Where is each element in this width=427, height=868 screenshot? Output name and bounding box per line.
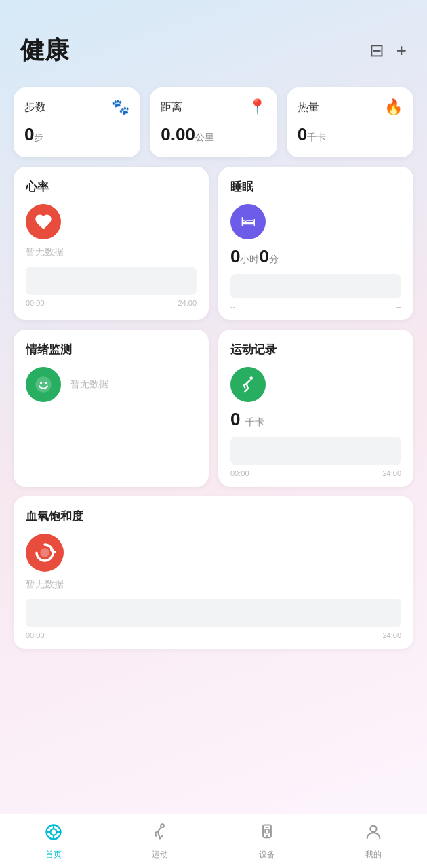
exercise-svg (239, 375, 258, 394)
header-actions: ⊟ + (369, 40, 407, 61)
nav-home[interactable]: 首页 (0, 814, 107, 868)
svg-point-7 (50, 829, 56, 835)
distance-title: 距离 (161, 100, 182, 115)
emotion-content: 暂无数据 (26, 367, 197, 402)
home-icon (44, 823, 63, 846)
heart-rate-chart (26, 267, 197, 295)
emotion-icon (26, 367, 61, 402)
steps-value: 0步 (24, 124, 129, 145)
heart-svg (34, 212, 53, 231)
calories-card[interactable]: 热量 🔥 0千卡 (287, 87, 413, 157)
emotion-svg (34, 375, 53, 394)
home-svg (44, 823, 63, 842)
header: 健康 ⊟ + (0, 0, 427, 81)
steps-card[interactable]: 步数 🐾 0步 (14, 87, 140, 157)
profile-nav-svg (364, 823, 383, 842)
heart-rate-no-data: 暂无数据 (26, 246, 197, 258)
blood-oxygen-card[interactable]: 血氧饱和度 暂无数据 00:00 24:00 (14, 496, 413, 649)
nav-exercise-label: 运动 (152, 849, 168, 861)
sleep-card[interactable]: 睡眠 🛏 0小时0分 -- -- (218, 167, 413, 320)
heart-rate-icon (26, 204, 61, 239)
svg-point-5 (40, 548, 49, 557)
svg-point-1 (40, 382, 43, 384)
exercise-card[interactable]: 运动记录 0 千卡 00:00 24:00 (218, 330, 413, 487)
emotion-no-data: 暂无数据 (70, 378, 108, 391)
sleep-title: 睡眠 (230, 179, 401, 195)
svg-point-3 (249, 376, 253, 380)
svg-point-12 (161, 824, 164, 827)
steps-title: 步数 (24, 100, 46, 115)
distance-card[interactable]: 距离 📍 0.00公里 (150, 87, 277, 157)
sleep-times: -- -- (230, 302, 401, 311)
blood-oxygen-times: 00:00 24:00 (26, 631, 401, 639)
sleep-value: 0小时0分 (230, 246, 401, 267)
heart-rate-title: 心率 (26, 179, 197, 195)
svg-rect-16 (265, 829, 269, 833)
svg-point-17 (371, 825, 377, 831)
heart-rate-times: 00:00 24:00 (26, 299, 197, 307)
emotion-exercise-grid: 情绪监测 暂无数据 运动记录 (14, 330, 413, 487)
distance-value: 0.00公里 (161, 124, 266, 145)
calories-icon: 🔥 (384, 98, 403, 116)
svg-point-14 (266, 835, 268, 836)
nav-device-label: 设备 (259, 849, 275, 861)
emotion-card[interactable]: 情绪监测 暂无数据 (14, 330, 209, 487)
svg-point-0 (35, 376, 51, 392)
device-nav-svg (258, 823, 277, 842)
emotion-title: 情绪监测 (26, 342, 197, 357)
bottom-nav: 首页 运动 设备 (0, 814, 427, 868)
exercise-title: 运动记录 (230, 342, 401, 357)
profile-nav-icon (364, 823, 383, 846)
steps-icon: 🐾 (111, 98, 129, 116)
heart-rate-card[interactable]: 心率 暂无数据 00:00 24:00 (14, 167, 209, 320)
exercise-icon (230, 367, 266, 402)
nav-exercise[interactable]: 运动 (107, 814, 214, 868)
exercise-nav-svg (150, 823, 169, 842)
blood-oxygen-title: 血氧饱和度 (26, 509, 401, 524)
blood-oxygen-icon (26, 534, 64, 572)
device-nav-icon (258, 823, 277, 846)
calories-value: 0千卡 (298, 124, 403, 145)
exercise-value: 0 千卡 (230, 409, 401, 430)
main-content: 步数 🐾 0步 距离 📍 0.00公里 热量 🔥 0千卡 (0, 81, 427, 814)
page-title: 健康 (20, 34, 69, 67)
exercise-chart (230, 437, 401, 465)
middle-grid: 心率 暂无数据 00:00 24:00 睡眠 🛏 0小时0分 (14, 167, 413, 320)
blood-oxygen-no-data: 暂无数据 (26, 578, 401, 591)
svg-point-2 (45, 382, 47, 384)
nav-profile-label: 我的 (365, 849, 382, 861)
top-stats-row: 步数 🐾 0步 距离 📍 0.00公里 热量 🔥 0千卡 (14, 87, 413, 157)
nav-home-label: 首页 (45, 849, 62, 861)
sleep-chart (230, 274, 401, 298)
exercise-times: 00:00 24:00 (230, 469, 401, 477)
blood-oxygen-chart (26, 599, 401, 627)
nav-profile[interactable]: 我的 (321, 814, 428, 868)
add-icon[interactable]: + (396, 40, 407, 61)
blood-oxygen-svg (34, 542, 56, 564)
calories-title: 热量 (298, 100, 319, 115)
exercise-nav-icon (150, 823, 169, 846)
sync-icon[interactable]: ⊟ (369, 40, 384, 61)
sleep-icon: 🛏 (230, 204, 266, 239)
nav-device[interactable]: 设备 (214, 814, 321, 868)
distance-icon: 📍 (248, 98, 266, 116)
